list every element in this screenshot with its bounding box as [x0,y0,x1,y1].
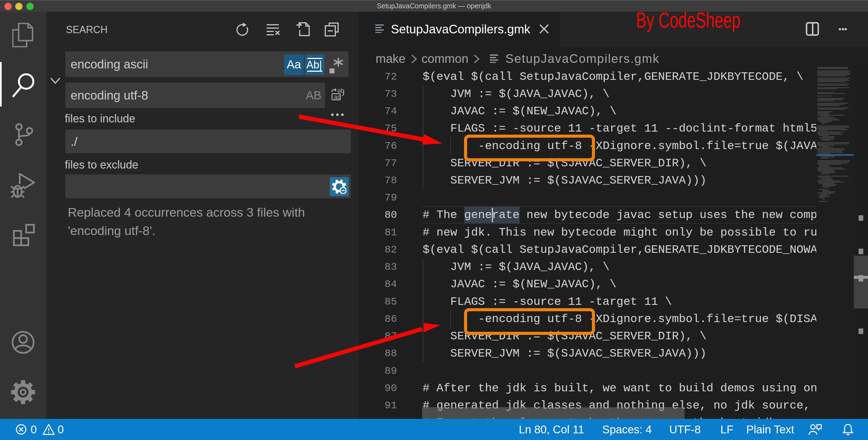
svg-text:ab: ab [337,87,344,94]
svg-text:ac: ac [334,93,340,100]
svg-text:Ab|: Ab| [306,59,322,71]
